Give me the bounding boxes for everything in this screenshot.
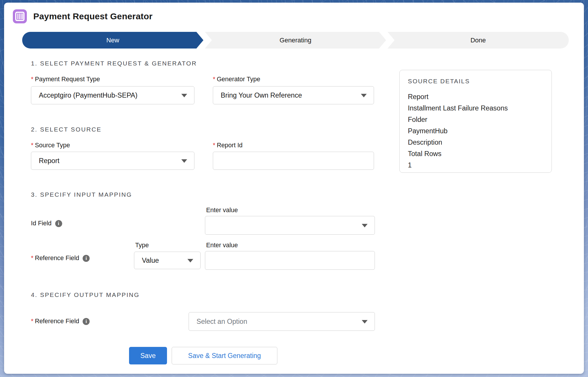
section-4-heading: 4. SPECIFY OUTPUT MAPPING xyxy=(31,291,140,298)
app-icon xyxy=(13,9,27,23)
source-details-line: Description xyxy=(408,137,543,148)
report-id-label: * Report Id xyxy=(213,142,243,149)
chevron-down-icon xyxy=(362,320,368,324)
payment-request-type-value: Acceptgiro (PaymentHub-SEPA) xyxy=(39,91,138,99)
reference-field-enter-value-label: Enter value xyxy=(206,242,238,249)
save-and-start-generating-button[interactable]: Save & Start Generating xyxy=(172,347,277,364)
generator-type-value: Bring Your Own Reference xyxy=(221,91,302,99)
required-asterisk: * xyxy=(31,142,33,149)
source-type-label: * Source Type xyxy=(31,142,70,149)
info-icon[interactable]: i xyxy=(55,220,62,227)
chevron-down-icon xyxy=(181,94,187,97)
bank-columns-icon xyxy=(15,11,25,21)
source-type-value: Report xyxy=(39,157,60,165)
source-details-panel: SOURCE DETAILS Report Installment Last F… xyxy=(399,70,552,173)
generator-type-combobox[interactable]: Bring Your Own Reference xyxy=(213,86,374,104)
source-type-combobox[interactable]: Report xyxy=(31,152,194,170)
source-details-line: Installment Last Failure Reasons xyxy=(408,103,543,114)
path-stage-label: Done xyxy=(470,37,486,44)
info-icon[interactable]: i xyxy=(83,318,90,325)
chevron-down-icon xyxy=(362,224,368,227)
required-asterisk: * xyxy=(31,255,33,262)
reference-field-type-label: Type xyxy=(135,242,149,249)
path-stage-generating[interactable]: Generating xyxy=(205,32,386,49)
required-asterisk: * xyxy=(213,142,215,149)
path-stage-new[interactable]: New xyxy=(22,32,203,49)
path-stage-label: Generating xyxy=(280,37,312,44)
id-field-label: Id Field i xyxy=(31,220,62,227)
progress-path: New Generating Done xyxy=(22,32,569,49)
source-details-line: PaymentHub xyxy=(408,125,543,137)
section-1-heading: 1. SELECT PAYMENT REQUEST & GENERATOR xyxy=(31,60,197,67)
reference-field-type-combobox[interactable]: Value xyxy=(134,252,201,269)
page-title: Payment Request Generator xyxy=(33,11,152,22)
id-field-combobox[interactable] xyxy=(205,216,375,235)
reference-field-type-value: Value xyxy=(142,257,159,264)
chevron-down-icon xyxy=(187,259,193,262)
save-button[interactable]: Save xyxy=(129,347,167,364)
id-field-enter-value-label: Enter value xyxy=(206,207,238,214)
payment-request-type-combobox[interactable]: Acceptgiro (PaymentHub-SEPA) xyxy=(31,86,194,104)
required-asterisk: * xyxy=(213,76,215,83)
source-details-line: Folder xyxy=(408,114,543,125)
required-asterisk: * xyxy=(31,318,33,325)
source-details-line: Total Rows xyxy=(408,148,543,160)
info-icon[interactable]: i xyxy=(83,255,90,262)
chevron-down-icon xyxy=(181,159,187,163)
path-stage-done[interactable]: Done xyxy=(387,32,569,49)
output-reference-field-placeholder: Select an Option xyxy=(196,318,247,326)
section-3-heading: 3. SPECIFY INPUT MAPPING xyxy=(31,191,132,198)
path-stage-label: New xyxy=(106,37,119,44)
payment-request-type-label: * Payment Request Type xyxy=(31,76,100,83)
reference-field-value-input[interactable] xyxy=(205,251,375,270)
input-reference-field-label: * Reference Field i xyxy=(31,255,90,262)
source-details-line: 1 xyxy=(408,160,543,171)
source-details-line: Report xyxy=(408,91,543,103)
report-id-input[interactable] xyxy=(213,152,374,170)
payment-request-generator-card: Payment Request Generator New Generating… xyxy=(4,3,584,374)
chevron-down-icon xyxy=(361,94,367,97)
required-asterisk: * xyxy=(31,76,33,83)
generator-type-label: * Generator Type xyxy=(213,76,260,83)
source-details-heading: SOURCE DETAILS xyxy=(408,78,543,85)
output-reference-field-combobox[interactable]: Select an Option xyxy=(189,312,375,331)
output-reference-field-label: * Reference Field i xyxy=(31,318,90,325)
section-2-heading: 2. SELECT SOURCE xyxy=(31,126,102,133)
